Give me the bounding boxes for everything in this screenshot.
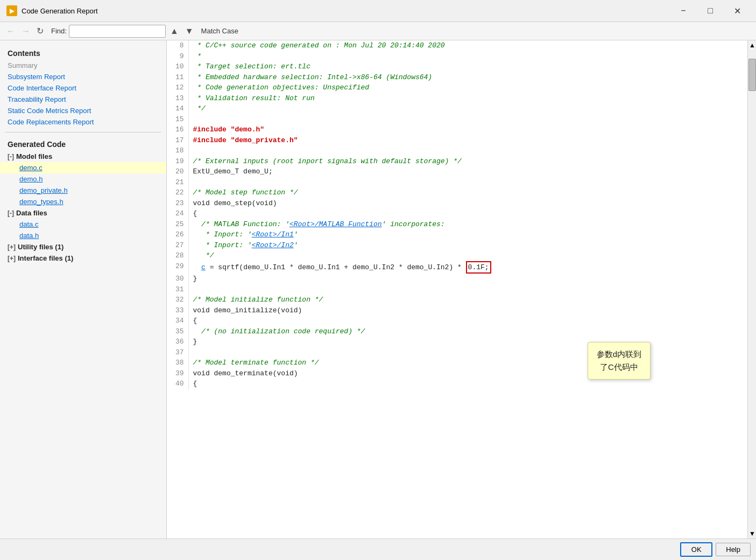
sidebar-item-code-interface[interactable]: Code Interface Report bbox=[0, 82, 166, 94]
table-row: 16 #include "demo.h" bbox=[167, 124, 747, 135]
model-files-label: Model files bbox=[16, 152, 52, 160]
table-row: 23 void demo_step(void) bbox=[167, 198, 747, 209]
file-demo-private-h[interactable]: demo_private.h bbox=[0, 185, 166, 196]
file-data-c[interactable]: data.c bbox=[0, 219, 166, 230]
code-area[interactable]: 8 * C/C++ source code generated on : Mon… bbox=[167, 40, 747, 538]
table-row: 36 } bbox=[167, 337, 747, 347]
table-row: 17 #include "demo_private.h" bbox=[167, 135, 747, 146]
sidebar: Contents Summary Subsystem Report Code I… bbox=[0, 40, 167, 538]
interface-files-toggle: [+] bbox=[8, 255, 16, 262]
search-input[interactable] bbox=[69, 25, 166, 38]
table-row: 15 bbox=[167, 114, 747, 125]
utility-files-toggle: [+] bbox=[8, 243, 16, 251]
find-label: Find: bbox=[51, 27, 67, 35]
table-row: 38 /* Model terminate function */ bbox=[167, 358, 747, 368]
table-row: 13 * Validation result: Not run bbox=[167, 93, 747, 104]
window-title: Code Generation Report bbox=[22, 7, 667, 15]
table-row: 12 * Code generation objectives: Unspeci… bbox=[167, 82, 747, 93]
code-table: 8 * C/C++ source code generated on : Mon… bbox=[167, 40, 747, 389]
table-row: 21 bbox=[167, 177, 747, 188]
table-row: 22 /* Model step function */ bbox=[167, 187, 747, 198]
scroll-thumb[interactable] bbox=[748, 59, 756, 91]
table-row: 27 * Inport: '<Root>/In2' bbox=[167, 240, 747, 251]
find-down-button[interactable]: ▼ bbox=[183, 25, 196, 37]
data-files-label: Data files bbox=[16, 209, 47, 217]
table-row: 14 */ bbox=[167, 103, 747, 114]
forward-button[interactable]: → bbox=[19, 25, 32, 37]
sidebar-item-code-replacements[interactable]: Code Replacements Report bbox=[0, 116, 166, 128]
table-row: 28 */ bbox=[167, 250, 747, 261]
interface-files-header[interactable]: [+] Interface files (1) bbox=[0, 253, 166, 264]
back-button[interactable]: ← bbox=[4, 25, 17, 37]
table-row: 19 /* External inputs (root inport signa… bbox=[167, 156, 747, 167]
table-row: 33 void demo_initialize(void) bbox=[167, 305, 747, 316]
vertical-scrollbar[interactable]: ▲ ▼ bbox=[747, 40, 756, 538]
toolbar: ← → ↻ Find: ▲ ▼ Match Case bbox=[0, 22, 756, 40]
table-row: 39 void demo_terminate(void) bbox=[167, 368, 747, 379]
title-bar: ▶ Code Generation Report − □ ✕ bbox=[0, 0, 756, 22]
refresh-button[interactable]: ↻ bbox=[34, 25, 46, 37]
main-area: Contents Summary Subsystem Report Code I… bbox=[0, 40, 756, 538]
close-button[interactable]: ✕ bbox=[725, 3, 750, 18]
minimize-button[interactable]: − bbox=[671, 3, 696, 18]
find-up-button[interactable]: ▲ bbox=[168, 25, 181, 37]
tooltip-line1: 参数d内联到 bbox=[597, 349, 641, 359]
model-files-header[interactable]: [-] Model files bbox=[0, 151, 166, 162]
help-button[interactable]: Help bbox=[716, 543, 751, 556]
table-row: 29 c = sqrtf(demo_U.In1 * demo_U.In1 + d… bbox=[167, 261, 747, 274]
sidebar-item-static-metrics[interactable]: Static Code Metrics Report bbox=[0, 105, 166, 116]
contents-title: Contents bbox=[0, 46, 166, 60]
table-row: 30 } bbox=[167, 274, 747, 284]
generated-code-title: Generated Code bbox=[0, 137, 166, 151]
file-demo-types-h[interactable]: demo_types.h bbox=[0, 196, 166, 207]
scroll-down-button[interactable]: ▼ bbox=[748, 529, 756, 538]
data-files-toggle: [-] bbox=[8, 209, 14, 217]
table-row: 25 /* MATLAB Function: '<Root>/MATLAB Fu… bbox=[167, 219, 747, 230]
tooltip-line2: 了C代码中 bbox=[600, 362, 638, 372]
table-row: 31 bbox=[167, 284, 747, 295]
interface-files-label: Interface files (1) bbox=[18, 254, 73, 262]
match-case-button[interactable]: Match Case bbox=[198, 26, 242, 36]
table-row: 20 ExtU_demo_T demo_U; bbox=[167, 166, 747, 177]
utility-files-label: Utility files (1) bbox=[18, 243, 63, 251]
sidebar-item-traceability[interactable]: Traceability Report bbox=[0, 94, 166, 105]
table-row: 9 * bbox=[167, 51, 747, 62]
table-row: 32 /* Model initialize function */ bbox=[167, 295, 747, 305]
app-icon: ▶ bbox=[6, 5, 17, 16]
sidebar-item-summary[interactable]: Summary bbox=[0, 60, 166, 71]
file-data-h[interactable]: data.h bbox=[0, 230, 166, 241]
app-icon-text: ▶ bbox=[10, 8, 14, 15]
scroll-up-button[interactable]: ▲ bbox=[748, 40, 756, 50]
table-row: 8 * C/C++ source code generated on : Mon… bbox=[167, 40, 747, 51]
table-row: 34 { bbox=[167, 316, 747, 326]
model-files-toggle: [-] bbox=[8, 153, 14, 160]
file-demo-c[interactable]: demo.c bbox=[0, 162, 166, 173]
table-row: 18 bbox=[167, 145, 747, 156]
table-row: 10 * Target selection: ert.tlc bbox=[167, 61, 747, 72]
ok-button[interactable]: OK bbox=[680, 542, 712, 557]
table-row: 26 * Inport: '<Root>/In1' bbox=[167, 229, 747, 240]
table-row: 37 bbox=[167, 347, 747, 358]
tooltip-box: 参数d内联到 了C代码中 bbox=[588, 342, 651, 380]
table-row: 40 { bbox=[167, 379, 747, 389]
window-controls: − □ ✕ bbox=[671, 3, 750, 18]
bottom-bar: OK Help bbox=[0, 538, 756, 560]
file-demo-h[interactable]: demo.h bbox=[0, 173, 166, 185]
highlighted-value: 0.1F; bbox=[466, 261, 491, 274]
table-row: 24 { bbox=[167, 208, 747, 219]
sidebar-item-subsystem[interactable]: Subsystem Report bbox=[0, 71, 166, 82]
table-row: 11 * Embedded hardware selection: Intel-… bbox=[167, 72, 747, 83]
sidebar-divider bbox=[5, 132, 161, 132]
data-files-header[interactable]: [-] Data files bbox=[0, 207, 166, 219]
table-row: 35 /* (no initialization code required) … bbox=[167, 326, 747, 337]
utility-files-header[interactable]: [+] Utility files (1) bbox=[0, 241, 166, 253]
maximize-button[interactable]: □ bbox=[698, 3, 723, 18]
